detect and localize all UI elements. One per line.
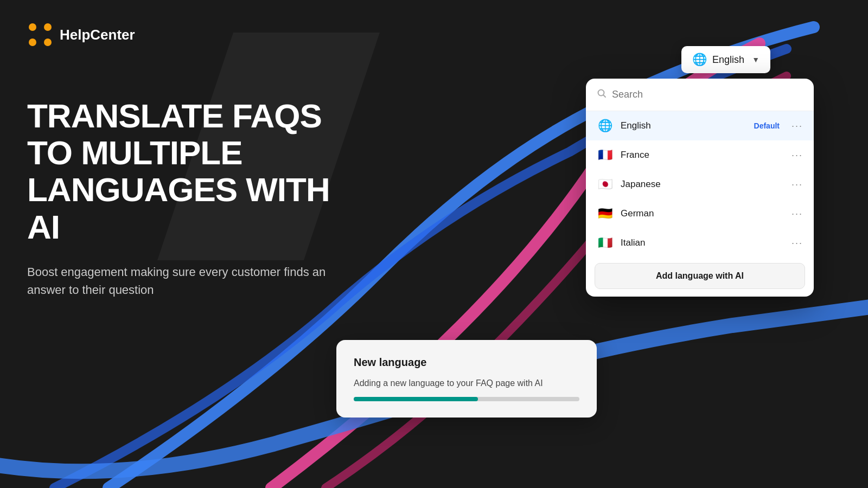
more-options-icon[interactable]: ··· — [792, 179, 803, 190]
language-flag: 🌐 — [597, 119, 613, 133]
language-flag: 🇮🇹 — [597, 236, 613, 250]
new-language-title: New language — [354, 356, 579, 369]
svg-point-2 — [44, 23, 52, 31]
language-list-item[interactable]: 🌐EnglishDefault··· — [586, 111, 814, 140]
language-search-bar[interactable] — [586, 79, 814, 111]
language-name: Italian — [621, 237, 784, 248]
language-name: German — [621, 208, 784, 219]
default-badge: Default — [754, 121, 780, 130]
language-flag: 🇩🇪 — [597, 207, 613, 221]
language-flag: 🇯🇵 — [597, 177, 613, 191]
language-list-item[interactable]: 🇩🇪German··· — [586, 199, 814, 228]
svg-point-4 — [44, 38, 52, 46]
add-language-button[interactable]: Add language with AI — [595, 263, 805, 289]
language-name: Japanese — [621, 179, 784, 190]
language-list-item[interactable]: 🇮🇹Italian··· — [586, 228, 814, 258]
hero-section: Translate FAQs to multiple languages wit… — [27, 98, 363, 299]
svg-point-3 — [29, 38, 36, 46]
logo-icon — [27, 22, 53, 48]
svg-point-1 — [29, 23, 36, 31]
more-options-icon[interactable]: ··· — [792, 208, 803, 220]
search-input[interactable] — [612, 89, 803, 100]
more-options-icon[interactable]: ··· — [792, 237, 803, 249]
search-icon — [597, 88, 607, 101]
language-dropdown: 🌐EnglishDefault···🇫🇷France···🇯🇵Japanese·… — [586, 79, 814, 297]
more-options-icon[interactable]: ··· — [792, 150, 803, 161]
progress-bar-background — [354, 397, 579, 401]
current-language-label: English — [712, 54, 744, 66]
globe-icon: 🌐 — [692, 53, 707, 67]
language-selector-button[interactable]: 🌐 English ▼ — [681, 46, 770, 73]
language-list-item[interactable]: 🇯🇵Japanese··· — [586, 170, 814, 199]
new-language-card: New language Adding a new language to yo… — [336, 340, 597, 418]
language-list-item[interactable]: 🇫🇷France··· — [586, 140, 814, 170]
new-language-description: Adding a new language to your FAQ page w… — [354, 378, 579, 388]
chevron-down-icon: ▼ — [752, 55, 760, 64]
logo: HelpCenter — [27, 22, 135, 48]
hero-title: Translate FAQs to multiple languages wit… — [27, 98, 363, 246]
language-flag: 🇫🇷 — [597, 148, 613, 162]
language-name: France — [621, 150, 784, 160]
logo-text: HelpCenter — [60, 27, 135, 43]
language-name: English — [621, 120, 746, 131]
language-list: 🌐EnglishDefault···🇫🇷France···🇯🇵Japanese·… — [586, 111, 814, 258]
hero-subtitle: Boost engagement making sure every custo… — [27, 263, 363, 299]
more-options-icon[interactable]: ··· — [792, 120, 803, 132]
svg-line-6 — [604, 95, 606, 98]
progress-bar-fill — [354, 397, 478, 401]
